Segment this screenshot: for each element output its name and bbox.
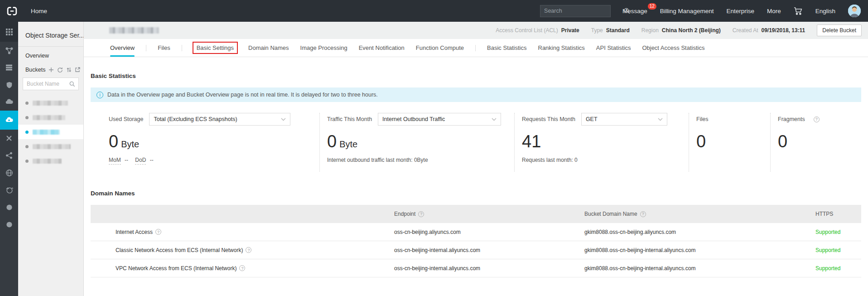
bucket-list: [18, 96, 83, 168]
tab-files[interactable]: Files: [158, 39, 170, 57]
apps-grid-icon[interactable]: [0, 22, 18, 42]
files-value: 0: [696, 133, 770, 150]
tab-api-statistics[interactable]: API Statistics: [596, 39, 631, 57]
bucket-list-item[interactable]: [18, 110, 83, 125]
tab-domain-names[interactable]: Domain Names: [248, 39, 289, 57]
sidebar-item-overview[interactable]: Overview: [18, 47, 83, 65]
type-label: Type: [591, 27, 603, 34]
endpoint-value: oss-cn-beijing.aliyuncs.com: [394, 229, 584, 235]
https-header: HTTPS: [815, 211, 861, 217]
add-bucket-icon[interactable]: [48, 67, 54, 73]
tab-label: Overview: [110, 44, 135, 51]
used-storage-value: 0Byte: [109, 133, 319, 150]
expand-icon[interactable]: [75, 67, 80, 73]
redacted-bucket-name: [33, 144, 71, 149]
dod-label[interactable]: DoD: [135, 157, 146, 165]
tab-event-notification[interactable]: Event Notification: [359, 39, 405, 57]
tab-image-processing[interactable]: Image Processing: [300, 39, 347, 57]
region-value: China North 2 (Beijing): [662, 27, 721, 34]
bucket-domain-value: gkim8088.oss-cn-beijing-internal.aliyunc…: [584, 247, 815, 253]
shield-icon[interactable]: [0, 76, 18, 93]
used-storage-select[interactable]: Total (Excluding ECS Snapshots): [149, 113, 290, 126]
close-x-icon[interactable]: [0, 130, 18, 147]
endpoint-value: oss-cn-beijing-internal.aliyuncs.com: [394, 265, 584, 272]
https-status: Supported: [815, 265, 861, 272]
created-at-value: 09/19/2018, 13:11: [762, 27, 805, 34]
tab-object-access-statistics[interactable]: Object Access Statistics: [642, 39, 704, 57]
tab-overview[interactable]: Overview: [110, 39, 135, 57]
help-icon[interactable]: ?: [418, 211, 424, 217]
info-icon: i: [96, 92, 103, 98]
bucket-search[interactable]: [23, 78, 79, 90]
value-number: 0: [778, 132, 787, 151]
refresh-icon[interactable]: [57, 67, 63, 73]
domain-names-table: Endpoint? Bucket Domain Name? HTTPS Inte…: [91, 205, 861, 277]
bucket-search-icon[interactable]: [66, 81, 78, 87]
sort-icon[interactable]: [66, 67, 72, 73]
requests-note: Requests last month: 0: [522, 157, 689, 163]
language-selector[interactable]: English: [815, 8, 835, 15]
tab-basic-statistics[interactable]: Basic Statistics: [487, 39, 526, 57]
more-link[interactable]: More: [767, 8, 781, 15]
tab-function-compute[interactable]: Function Compute: [416, 39, 464, 57]
notice-text: Data in the Overview page and Bucket Ove…: [107, 92, 378, 98]
chevron-down-icon: [281, 118, 286, 121]
tab-ranking-statistics[interactable]: Ranking Statistics: [538, 39, 585, 57]
bucket-domain-header-label: Bucket Domain Name: [584, 211, 637, 217]
topbar-search[interactable]: [540, 5, 611, 17]
acl-label: Access Control List (ACL): [496, 27, 558, 34]
globe-icon[interactable]: [0, 164, 18, 181]
billing-management-link[interactable]: Billing Management: [660, 8, 714, 15]
bucket-domain-header: Bucket Domain Name?: [584, 211, 815, 217]
delete-bucket-button[interactable]: Delete Bucket: [817, 24, 862, 36]
home-link[interactable]: Home: [31, 8, 47, 15]
requests-select[interactable]: GET: [581, 113, 667, 126]
help-icon[interactable]: ?: [246, 247, 251, 253]
region-label: Region: [641, 27, 659, 34]
sidebar-title: Object Storage Ser...: [18, 22, 83, 39]
server-icon[interactable]: [0, 59, 18, 76]
access-type: Classic Network Access from ECS (Interna…: [116, 247, 243, 253]
traffic-select[interactable]: Internet Outbound Traffic: [378, 113, 501, 126]
cloud-icon[interactable]: [0, 93, 18, 111]
table-row: Internet Access? oss-cn-beijing.aliyuncs…: [91, 223, 861, 241]
help-icon[interactable]: ?: [155, 229, 161, 235]
circle-icon-1[interactable]: [0, 199, 18, 216]
message-link[interactable]: Message 12: [622, 8, 647, 15]
bucket-meta: Access Control List (ACL) Private Type S…: [484, 27, 805, 34]
bucket-header: Access Control List (ACL) Private Type S…: [84, 22, 868, 39]
search-input[interactable]: [540, 8, 621, 14]
bucket-status-dot: [25, 116, 29, 119]
table-header-row: Endpoint? Bucket Domain Name? HTTPS: [91, 205, 861, 223]
value-number: 41: [522, 132, 541, 151]
circle-icon-2[interactable]: [0, 216, 18, 233]
share-nodes-icon[interactable]: [0, 147, 18, 164]
tab-label: Files: [158, 44, 170, 51]
mom-label[interactable]: MoM: [109, 157, 121, 165]
value-unit: Byte: [339, 139, 357, 149]
traffic-column: Traffic This Month Internet Outbound Tra…: [319, 113, 514, 172]
overview-content: Basic Statistics i Data in the Overview …: [84, 73, 868, 277]
alibaba-cloud-logo-icon[interactable]: [3, 5, 21, 17]
bucket-list-item[interactable]: [18, 96, 83, 110]
value-number: 0: [109, 132, 118, 151]
value-unit: Byte: [121, 139, 139, 149]
help-icon[interactable]: ?: [814, 116, 820, 122]
help-icon[interactable]: ?: [239, 265, 245, 271]
pet-icon[interactable]: [0, 181, 18, 199]
avatar[interactable]: [848, 5, 861, 17]
oss-cloud-icon[interactable]: [0, 111, 18, 130]
cart-icon[interactable]: [794, 7, 803, 15]
created-at-label: Created At: [733, 27, 758, 34]
bucket-list-item-selected[interactable]: [18, 125, 83, 139]
oss-sidebar: Object Storage Ser... Overview Buckets: [18, 22, 84, 296]
enterprise-link[interactable]: Enterprise: [726, 8, 754, 15]
tab-basic-settings[interactable]: Basic Settings: [193, 39, 237, 57]
help-icon[interactable]: ?: [640, 211, 646, 217]
bucket-list-item[interactable]: [18, 154, 83, 168]
workflow-nodes-icon[interactable]: [0, 42, 18, 59]
redacted-bucket-name: [33, 101, 68, 106]
bucket-name-input[interactable]: [23, 81, 66, 87]
type-value: Standard: [606, 27, 630, 34]
bucket-list-item[interactable]: [18, 139, 83, 154]
